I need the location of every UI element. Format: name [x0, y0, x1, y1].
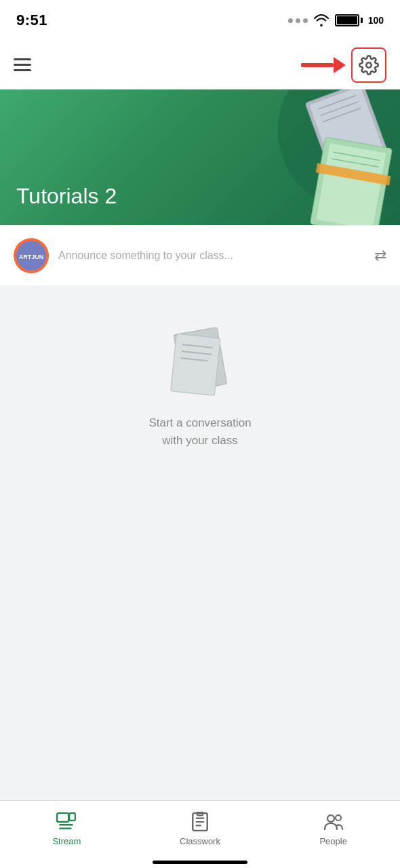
status-icons: 100	[288, 14, 384, 26]
battery-label: 100	[368, 15, 384, 26]
svg-rect-24	[171, 334, 221, 395]
empty-state: Start a conversation with your class	[0, 285, 400, 490]
hamburger-menu[interactable]	[14, 58, 31, 71]
announce-placeholder: Announce something to your class...	[58, 250, 365, 262]
people-label: People	[319, 836, 346, 846]
signal-dots-icon	[288, 18, 308, 23]
nav-item-people[interactable]: People	[300, 812, 367, 846]
status-bar: 9:51 100	[0, 0, 400, 41]
wifi-icon	[313, 14, 329, 26]
classwork-icon	[190, 812, 210, 832]
stream-icon	[56, 812, 77, 832]
classwork-label: Classwork	[180, 836, 220, 846]
svg-rect-31	[70, 813, 76, 821]
settings-button[interactable]	[351, 47, 386, 83]
empty-state-illustration	[159, 326, 241, 401]
svg-rect-28	[57, 813, 68, 822]
nav-item-classwork[interactable]: Classwork	[166, 812, 234, 846]
top-nav	[0, 41, 400, 90]
avatar: ARTJUN	[14, 238, 49, 273]
class-banner: Tutorials 2	[0, 90, 400, 225]
settings-btn-wrapper	[351, 47, 386, 83]
svg-text:ARTJUN: ARTJUN	[19, 254, 44, 260]
svg-point-38	[336, 815, 341, 821]
home-indicator	[153, 861, 247, 864]
banner-illustration	[210, 90, 400, 225]
announce-bar[interactable]: ARTJUN Announce something to your class.…	[0, 225, 400, 285]
gear-icon	[359, 55, 379, 75]
battery-indicator	[335, 14, 363, 26]
people-icon	[323, 812, 344, 832]
svg-point-37	[327, 815, 334, 822]
bottom-nav: Stream Classwork People	[0, 800, 400, 868]
status-time: 9:51	[16, 12, 47, 29]
empty-state-text: Start a conversation with your class	[148, 414, 251, 449]
repost-icon: ⇄	[374, 247, 386, 264]
arrow-indicator	[301, 57, 346, 73]
svg-point-0	[366, 62, 372, 68]
nav-item-stream[interactable]: Stream	[33, 812, 100, 846]
class-banner-title: Tutorials 2	[16, 184, 117, 209]
stream-label: Stream	[52, 836, 81, 846]
